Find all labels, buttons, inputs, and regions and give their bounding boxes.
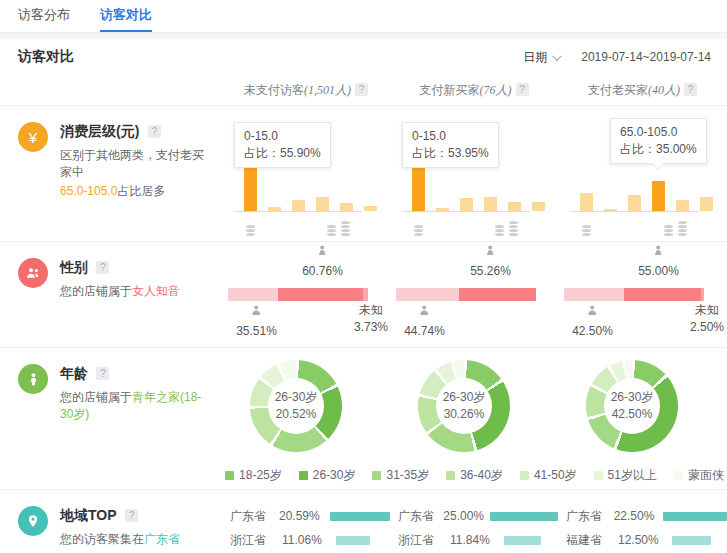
legend-item-18-25[interactable]: 18-25岁 [225, 467, 282, 484]
section-consume-level: ¥ 消费层级(元) ? 区别于其他两类，支付老买家中 65.0-105.0占比居… [0, 105, 727, 241]
section-age: 年龄 ? 您的店铺属于青年之家(18-30岁) 26-30岁 20.52% [0, 347, 727, 489]
legend-label: 18-25岁 [239, 467, 282, 484]
age-section-title: 年龄 [60, 365, 88, 381]
legend-item-36-40[interactable]: 36-40岁 [446, 467, 503, 484]
help-icon[interactable]: ? [96, 367, 109, 380]
legend-swatch [446, 471, 455, 480]
male-percent: 44.74% [404, 324, 445, 338]
unknown-percent: 2.50% [690, 320, 724, 334]
region-row: 广东省 25.00% [398, 504, 558, 528]
region-row: 浙江省 11.06% [230, 528, 390, 552]
help-icon[interactable]: ? [355, 83, 368, 96]
consume-bar-chart-new-buyers: 0-15.0 占比：53.95% [400, 106, 548, 240]
legend-item-26-30[interactable]: 26-30岁 [299, 467, 356, 484]
legend-item-masked[interactable]: 蒙面侠 [674, 467, 724, 484]
region-list-new-buyers: 广东省 25.00% 浙江省 11.84% [390, 490, 558, 553]
male-segment [396, 288, 459, 301]
help-icon[interactable]: ? [684, 83, 697, 96]
chart-tooltip: 0-15.0 占比：55.90% [234, 122, 331, 168]
consume-section-title: 消费层级(元) [60, 123, 139, 139]
help-icon[interactable]: ? [96, 261, 109, 274]
province-bar [336, 536, 370, 545]
gender-desc-prefix: 您的店铺属于 [60, 284, 132, 298]
province-percent: 20.59% [279, 509, 330, 523]
unknown-segment [701, 288, 705, 301]
province-bar [490, 512, 558, 521]
tooltip-range: 0-15.0 [412, 128, 489, 145]
region-row: 广东省 22.50% [566, 504, 727, 528]
legend-label: 26-30岁 [313, 467, 356, 484]
province-bar [672, 536, 711, 545]
legend-label: 31-35岁 [386, 467, 429, 484]
unknown-label: 未知 [354, 302, 388, 319]
coin-level-low-icon [582, 225, 591, 228]
province-percent: 22.50% [614, 509, 663, 523]
donut-center-label: 26-30岁 [443, 389, 486, 406]
female-icon [483, 244, 498, 259]
region-desc-link[interactable]: 广东省 [144, 532, 180, 546]
legend-item-31-35[interactable]: 31-35岁 [372, 467, 429, 484]
region-row: 浙江省 11.84% [398, 528, 558, 552]
date-filter-dropdown[interactable]: 日期 [523, 49, 559, 66]
gender-stacked-bar [564, 288, 704, 301]
province-name: 广东省 [566, 508, 614, 525]
gender-chart-new-buyers: 55.26% 44.74% [396, 242, 546, 346]
coin-level-higher-icon [678, 221, 687, 224]
date-range-value[interactable]: 2019-07-14~2019-07-14 [581, 50, 711, 64]
help-icon[interactable]: ? [148, 125, 161, 138]
gender-stacked-bar [396, 288, 536, 301]
female-icon [651, 244, 666, 259]
province-name: 广东省 [398, 508, 443, 525]
bar-series [412, 165, 545, 211]
tooltip-percent: 占比：55.90% [244, 145, 321, 162]
x-axis [234, 211, 362, 212]
tab-visitor-comparison[interactable]: 访客对比 [100, 0, 152, 32]
help-icon[interactable]: ? [516, 83, 529, 96]
legend-item-41-50[interactable]: 41-50岁 [520, 467, 577, 484]
section-gender: 性别 ? 您的店铺属于女人知音 60.76% [0, 241, 727, 347]
female-segment [459, 288, 536, 301]
column-header-new-buyers: 支付新买家(76人)? [390, 82, 558, 99]
consume-desc-highlight-link[interactable]: 65.0-105.0 [60, 184, 117, 198]
location-pin-icon [18, 506, 48, 536]
x-axis [402, 211, 530, 212]
legend-swatch [299, 471, 308, 480]
gender-people-icon [18, 258, 48, 288]
legend-item-51-plus[interactable]: 51岁以上 [594, 467, 657, 484]
gender-chart-old-buyers: 55.00% 42.50% 未知 2.50% [564, 242, 714, 346]
header-right: 日期 2019-07-14~2019-07-14 [523, 49, 711, 66]
help-icon[interactable]: ? [125, 509, 138, 522]
gender-desc-link[interactable]: 女人知音 [132, 284, 180, 298]
bar-series [580, 181, 713, 211]
column-headers: 未支付访客(1,501人)? 支付新买家(76人)? 支付老买家(40人)? [0, 75, 727, 105]
chevron-down-icon [552, 51, 562, 61]
unknown-label: 未知 [690, 302, 724, 319]
donut-center-value: 30.26% [444, 406, 485, 423]
coin-level-higher-icon [509, 221, 518, 224]
province-bar [330, 512, 390, 521]
female-percent: 55.26% [470, 264, 511, 278]
province-name: 广东省 [230, 508, 279, 525]
region-list-old-buyers: 广东省 22.50% 福建省 12.50% [558, 490, 727, 553]
legend-label: 蒙面侠 [688, 467, 724, 484]
legend-swatch [520, 471, 529, 480]
province-bar [504, 536, 541, 545]
donut-center-value: 42.50% [612, 406, 653, 423]
coin-level-low-icon [414, 225, 423, 228]
coin-level-high-icon [664, 225, 673, 228]
consume-desc-line1: 区别于其他两类，支付老买家中 [60, 147, 214, 181]
gender-stacked-bar [228, 288, 368, 301]
consume-bar-chart-old-buyers: 65.0-105.0 占比：35.00% [568, 106, 717, 240]
chart-tooltip: 65.0-105.0 占比：35.00% [610, 118, 707, 164]
column-count: (76人) [480, 83, 512, 97]
age-donut-old-buyers: 26-30岁 42.50% [586, 360, 678, 452]
tab-visitor-distribution[interactable]: 访客分布 [18, 0, 70, 32]
tooltip-range: 65.0-105.0 [620, 124, 697, 141]
panel-header: 访客对比 日期 2019-07-14~2019-07-14 [0, 39, 727, 75]
column-count: (40人) [648, 83, 680, 97]
donut-center-label: 26-30岁 [611, 389, 654, 406]
legend-label: 36-40岁 [460, 467, 503, 484]
female-segment [278, 288, 363, 301]
unknown-percent: 3.73% [354, 320, 388, 334]
legend-label: 41-50岁 [534, 467, 577, 484]
